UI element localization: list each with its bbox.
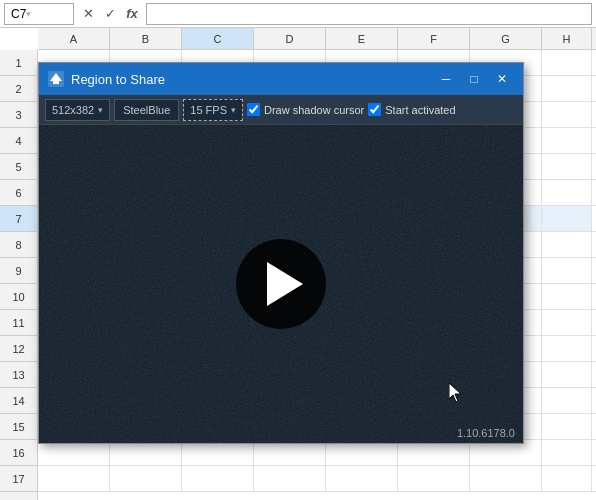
cell-f17[interactable] [398,466,470,491]
fps-dropdown[interactable]: 15 FPS ▾ [183,99,243,121]
col-header-e[interactable]: E [326,28,398,49]
row-num-12[interactable]: 12 [0,336,37,362]
start-activated-label[interactable]: Start activated [368,103,455,116]
cell-reference-box[interactable]: C7 ▾ [4,3,74,25]
color-value: SteelBlue [123,104,170,116]
draw-shadow-cursor-label[interactable]: Draw shadow cursor [247,103,364,116]
svg-rect-2 [53,81,59,84]
cell-h8[interactable] [542,232,592,257]
color-dropdown[interactable]: SteelBlue [114,99,179,121]
cell-h15[interactable] [542,414,592,439]
cell-h10[interactable] [542,284,592,309]
col-header-a[interactable]: A [38,28,110,49]
cell-h7[interactable] [542,206,592,231]
cell-h1[interactable] [542,50,592,75]
row-num-3[interactable]: 3 [0,102,37,128]
close-button[interactable]: ✕ [489,69,515,89]
row-numbers: 1 2 3 4 5 6 7 8 9 10 11 12 13 14 15 16 1… [0,50,38,500]
cell-h16[interactable] [542,440,592,465]
row-num-9[interactable]: 9 [0,258,37,284]
cell-a17[interactable] [38,466,110,491]
dialog-toolbar: 512x382 ▾ SteelBlue 15 FPS ▾ Draw shadow… [39,95,523,125]
row-num-8[interactable]: 8 [0,232,37,258]
row-num-14[interactable]: 14 [0,388,37,414]
cell-c17[interactable] [182,466,254,491]
cell-h14[interactable] [542,388,592,413]
resolution-chevron-icon: ▾ [98,105,103,115]
row-num-17[interactable]: 17 [0,466,37,492]
table-row [38,466,596,492]
row-num-15[interactable]: 15 [0,414,37,440]
cell-b17[interactable] [110,466,182,491]
cell-h6[interactable] [542,180,592,205]
cell-h4[interactable] [542,128,592,153]
cell-h5[interactable] [542,154,592,179]
confirm-formula-button[interactable]: ✓ [100,4,120,24]
maximize-button[interactable]: □ [461,69,487,89]
row-num-7[interactable]: 7 [0,206,37,232]
resolution-value: 512x382 [52,104,94,116]
fx-button[interactable]: fx [122,4,142,24]
fps-chevron-icon: ▾ [231,105,236,115]
cell-g17[interactable] [470,466,542,491]
cell-h13[interactable] [542,362,592,387]
cell-h17[interactable] [542,466,592,491]
col-header-d[interactable]: D [254,28,326,49]
cell-ref-value: C7 [11,7,26,21]
cell-ref-chevron: ▾ [26,9,31,19]
dialog-app-icon [47,70,65,88]
row-num-5[interactable]: 5 [0,154,37,180]
column-headers: A B C D E F G H [38,28,596,50]
col-header-b[interactable]: B [110,28,182,49]
row-num-11[interactable]: 11 [0,310,37,336]
col-header-c[interactable]: C [182,28,254,49]
cell-e17[interactable] [326,466,398,491]
cell-d17[interactable] [254,466,326,491]
cell-h12[interactable] [542,336,592,361]
col-header-g[interactable]: G [470,28,542,49]
cell-h2[interactable] [542,76,592,101]
start-activated-checkbox[interactable] [368,103,381,116]
dialog-title: Region to Share [71,72,433,87]
formula-bar: C7 ▾ ✕ ✓ fx [0,0,596,28]
col-header-h[interactable]: H [542,28,592,49]
dialog-titlebar[interactable]: Region to Share ─ □ ✕ [39,63,523,95]
mouse-cursor-icon [449,383,463,403]
cell-h11[interactable] [542,310,592,335]
version-label: 1.10.6178.0 [457,427,515,439]
formula-buttons: ✕ ✓ fx [78,4,142,24]
window-controls: ─ □ ✕ [433,69,515,89]
col-header-f[interactable]: F [398,28,470,49]
draw-shadow-cursor-checkbox[interactable] [247,103,260,116]
row-num-4[interactable]: 4 [0,128,37,154]
cell-h3[interactable] [542,102,592,127]
row-num-13[interactable]: 13 [0,362,37,388]
play-triangle-icon [267,262,303,306]
minimize-button[interactable]: ─ [433,69,459,89]
row-num-1[interactable]: 1 [0,50,37,76]
cancel-formula-button[interactable]: ✕ [78,4,98,24]
resolution-dropdown[interactable]: 512x382 ▾ [45,99,110,121]
dialog-window: Region to Share ─ □ ✕ 512x382 ▾ SteelBlu… [38,62,524,444]
row-num-6[interactable]: 6 [0,180,37,206]
formula-input[interactable] [146,3,592,25]
video-area[interactable]: 1.10.6178.0 [39,125,523,443]
fps-value: 15 FPS [190,104,227,116]
row-num-16[interactable]: 16 [0,440,37,466]
row-num-2[interactable]: 2 [0,76,37,102]
svg-marker-4 [449,383,461,402]
start-activated-text: Start activated [385,104,455,116]
cell-h9[interactable] [542,258,592,283]
row-num-10[interactable]: 10 [0,284,37,310]
play-button[interactable] [236,239,326,329]
draw-shadow-cursor-text: Draw shadow cursor [264,104,364,116]
